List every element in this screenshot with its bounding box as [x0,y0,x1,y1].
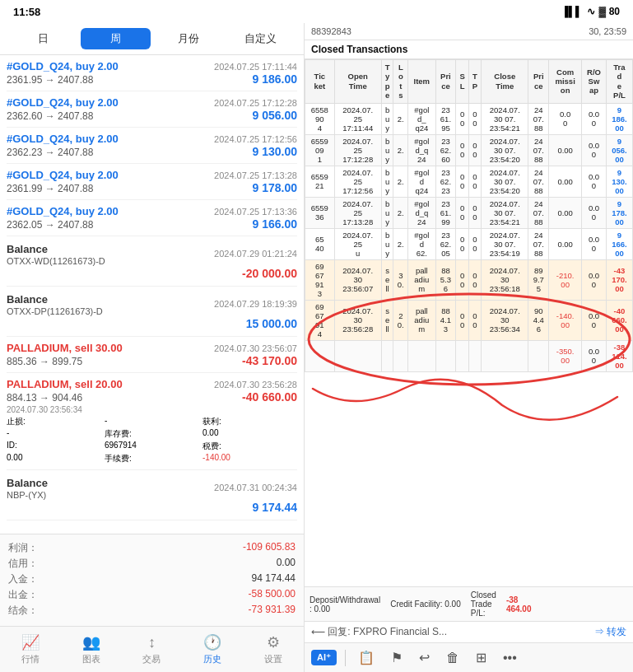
table-row: -350.00 0.00 -38114.00 [305,340,633,371]
closed-pl-value: -38 464.00 [506,595,532,614]
cell-tp: 00 [468,166,481,197]
reply-bar: ⟵ 回复: FXPRO Financial S... ⇒ 转发 [305,621,633,642]
tab-custom[interactable]: 自定义 [226,28,296,49]
flag-button[interactable]: ⚑ [387,647,407,668]
table-row: 6559091 2024.07.2517:12:28 buy 2. #gold_… [305,134,633,166]
tx-subtitle: NBP-(YX) [7,490,48,500]
cell-closeprice: 2407.88 [528,228,549,259]
nav-market[interactable]: 📈 行情 [0,627,61,672]
cell-pl: 9130.00 [606,166,632,197]
cell-swap: 0.00 [582,197,607,228]
left-panel: 日 周 月份 自定义 #GOLD_Q24, buy 2.00 2024.07.2… [0,23,305,672]
tx-date: 2024.07.31 00:24:34 [214,483,297,492]
cell-tp [468,340,481,371]
tx-amount: 9 174.44 [253,501,298,514]
market-icon: 📈 [21,633,40,651]
detail-value: 0.00 [202,428,297,440]
cell-closeprice: 899.75 [528,259,549,300]
tx-amount: -43 170.00 [242,354,297,367]
col-tp: TP [468,60,481,104]
more-button[interactable]: ••• [499,648,521,668]
cell-price: 2361.95 [435,103,456,134]
nav-chart[interactable]: 👥 图表 [61,627,122,672]
detail-label: 手续费: [105,453,199,464]
cell-ticket: 655936 [305,197,335,228]
tx-detail-grid: 止损: - 获利: - 库存费: 0.00 ID: 6967914 税费: 0.… [7,416,297,464]
history-icon: 🕐 [203,633,221,651]
cell-closeprice: 2407.88 [528,134,549,166]
tab-month[interactable]: 月份 [154,28,223,49]
nav-history[interactable]: 🕐 历史 [182,627,243,672]
settings-icon: ⚙ [267,633,280,651]
table-row: 655921 2024.07.2517:12:56 buy 2. #goldq2… [305,166,633,197]
cell-closetime: 2024.07.30 07.23:54:20 [482,166,528,197]
cell-price [435,340,456,371]
cell-commission: -140.00 [549,300,582,340]
cell-ticket [305,340,335,371]
col-sl: SL [456,60,468,104]
right-footer: Deposit/Withdrawal : 0.00 Credit Facilit… [305,586,633,621]
detail-label: 止损: [7,416,101,427]
cell-closetime: 2024.07.30 07.23:54:19 [482,228,528,259]
tx-date: 2024.07.25 17:11:44 [214,62,297,72]
detail-value: - [7,428,101,440]
tx-prices: 2362.60 → 2407.88 [7,110,93,122]
list-item: Balance OTXX-WD(11261673)-D 2024.07.29 0… [7,236,297,287]
tx-amount: 9 178.00 [253,181,298,194]
col-closeprice: Price [528,60,549,104]
cell-swap: 0.00 [582,103,607,134]
list-item: #GOLD_Q24, buy 2.00 2024.07.25 17:13:28 … [7,164,297,200]
header-date: 30, 23:59 [589,26,626,36]
cell-lots: 2. [393,228,408,259]
deposit-label: 入金： [8,572,38,586]
separator [345,650,346,666]
table-row: 6967913 2024.07.3023:56:07 sell 30. pall… [305,259,633,300]
cell-item: palladium [408,259,435,300]
cell-swap: 0.00 [582,259,607,300]
cell-opentime: 2024.07.3023:56:28 [334,300,381,340]
reply-text[interactable]: ⟵ 回复: FXPRO Financial S... [311,625,588,639]
cell-closetime: 2024.07.3023:56:34 [482,300,528,340]
cell-type: buy [381,134,393,166]
right-header: 88392843 30, 23:59 [305,23,633,40]
right-bottom-toolbar: AI⁺ 📋 ⚑ ↩ 🗑 ⊞ ••• [305,642,633,672]
tx-title: #GOLD_Q24, buy 2.00 [7,205,119,217]
grid-button[interactable]: ⊞ [472,647,491,668]
cell-price: 2362.60 [435,134,456,166]
cell-ticket: 6558904 [305,103,335,134]
right-panel: 88392843 30, 23:59 Closed Transactions T… [305,23,633,672]
cell-closeprice: 2407.88 [528,103,549,134]
delete-button[interactable]: 🗑 [442,648,463,668]
cell-pl: 9056.00 [606,134,632,166]
section-title: Closed Transactions [305,40,633,59]
copy-button[interactable]: 📋 [354,647,379,668]
tab-week[interactable]: 周 [81,28,150,49]
tx-amount: 9 166.00 [253,217,298,231]
tx-prices: 2361.95 → 2407.88 [7,74,93,86]
cell-sl: 00 [456,300,468,340]
list-item: #GOLD_Q24, buy 2.00 2024.07.25 17:12:28 … [7,91,297,128]
cell-commission: 0.00 [549,228,582,259]
cell-sl: 00 [456,228,468,259]
cell-type: sell [381,259,393,300]
cell-tp: 00 [468,103,481,134]
forward-button[interactable]: ⇒ 转发 [594,625,626,639]
cell-swap: 0.00 [582,228,607,259]
reply-button[interactable]: ↩ [415,647,434,668]
list-item: #GOLD_Q24, buy 2.00 2024.07.25 17:11:44 … [7,55,297,91]
cell-pl: 9178.00 [606,197,632,228]
cell-sl: 00 [456,197,468,228]
credit-label: 信用： [8,557,38,571]
nav-settings[interactable]: ⚙ 设置 [243,627,304,672]
col-price: Price [435,60,456,104]
account-id: 88392843 [311,26,351,36]
tx-title: #GOLD_Q24, buy 2.00 [7,169,119,181]
col-lots: Lots [393,60,408,104]
cell-swap: 0.00 [582,134,607,166]
credit-value: 0.00 [277,557,296,571]
nav-trade[interactable]: ↕ 交易 [122,627,183,672]
tx-title: Balance [7,477,48,489]
ai-button[interactable]: AI⁺ [311,650,337,665]
tab-day[interactable]: 日 [8,28,77,49]
cell-opentime: 2024.07.2517:12:56 [334,166,381,197]
